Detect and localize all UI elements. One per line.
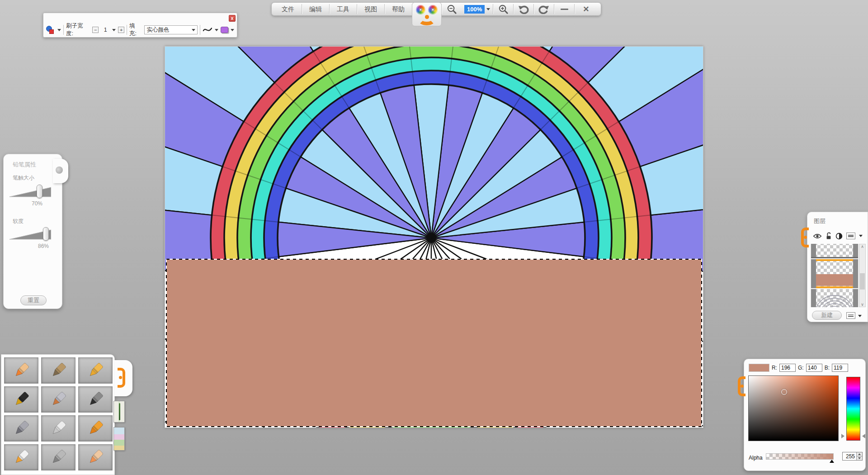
menu-item-4[interactable]: 帮助 bbox=[385, 3, 412, 15]
layer-menu-icon[interactable] bbox=[846, 312, 855, 319]
fountain-pen-tool[interactable] bbox=[4, 386, 38, 413]
new-layer-button[interactable]: 新建 bbox=[812, 311, 842, 320]
paint-roller-tool[interactable] bbox=[78, 415, 113, 442]
spin-down-icon[interactable] bbox=[857, 456, 862, 460]
softness-slider[interactable] bbox=[9, 228, 51, 240]
zoom-out-button[interactable] bbox=[442, 3, 462, 15]
chevron-down-icon[interactable] bbox=[112, 29, 116, 31]
clown-flap bbox=[412, 2, 442, 26]
canvas-artwork bbox=[165, 47, 703, 428]
palette-knife-tool[interactable] bbox=[41, 415, 75, 442]
palette-tab-flowers[interactable] bbox=[113, 427, 125, 451]
menu-item-0[interactable]: 文件 bbox=[274, 3, 302, 15]
close-button[interactable]: ✕ bbox=[575, 3, 597, 15]
layer-options-icon[interactable] bbox=[846, 233, 855, 239]
paint-tube-tool[interactable] bbox=[4, 444, 38, 470]
ink-brush-tool[interactable] bbox=[78, 386, 113, 413]
b-label: B: bbox=[825, 365, 830, 371]
zoom-level-combo[interactable]: 100% bbox=[462, 5, 493, 14]
brush-width-label: 刷子宽度: bbox=[66, 22, 90, 38]
stroke-style-icon[interactable] bbox=[203, 26, 212, 34]
chevron-down-icon[interactable] bbox=[486, 8, 490, 10]
fountain-pen-tool-icon bbox=[9, 389, 34, 410]
drawing-canvas[interactable] bbox=[165, 46, 703, 428]
width-decrease-button[interactable]: − bbox=[92, 27, 99, 33]
chevron-down-icon[interactable] bbox=[57, 29, 61, 31]
chevron-down-icon[interactable] bbox=[231, 29, 234, 31]
color-picker-panel: R: G: B: Alpha 255 bbox=[744, 359, 866, 471]
menu-item-3[interactable]: 视图 bbox=[357, 3, 384, 15]
color-panel-handle[interactable] bbox=[738, 376, 745, 396]
minimize-button[interactable] bbox=[554, 3, 574, 15]
alpha-slider[interactable] bbox=[766, 453, 834, 460]
alpha-marker[interactable] bbox=[830, 460, 834, 463]
clown-smile-icon bbox=[418, 14, 435, 25]
spin-up-icon[interactable] bbox=[857, 452, 862, 456]
r-input[interactable] bbox=[779, 364, 796, 372]
palette-tab-plant[interactable] bbox=[113, 401, 125, 423]
airbrush-tool-icon bbox=[9, 418, 34, 439]
redo-button[interactable] bbox=[534, 3, 554, 15]
alpha-gradient bbox=[766, 454, 833, 459]
b-input[interactable] bbox=[832, 364, 848, 372]
lock-icon[interactable] bbox=[826, 232, 832, 240]
alpha-value[interactable]: 255 bbox=[843, 452, 856, 460]
menu-item-2[interactable]: 工具 bbox=[330, 3, 357, 15]
undo-icon bbox=[518, 4, 529, 14]
alpha-spinner[interactable] bbox=[856, 452, 862, 460]
zoom-level-value[interactable]: 100% bbox=[464, 5, 485, 14]
fill-style-icon[interactable] bbox=[221, 27, 228, 33]
airbrush-tool[interactable] bbox=[4, 415, 38, 442]
panel-collapse-handle[interactable] bbox=[53, 159, 68, 183]
rgb-row: R: G: B: bbox=[749, 364, 848, 372]
brush-size-slider-handle[interactable] bbox=[37, 185, 42, 198]
shape-tool-icon[interactable] bbox=[46, 26, 55, 34]
layers-panel-handle[interactable] bbox=[801, 228, 809, 247]
layers-panel: 图层 ∧ ∨ 新建 bbox=[807, 212, 868, 322]
ink-brush-tool-icon bbox=[83, 389, 108, 410]
toolbar-close-button[interactable]: x bbox=[229, 15, 236, 22]
visibility-eye-icon[interactable] bbox=[813, 233, 822, 239]
colored-pencil-tool[interactable] bbox=[4, 357, 38, 384]
colored-pencil-tool-icon bbox=[9, 360, 34, 381]
hue-marker-left[interactable] bbox=[841, 434, 844, 438]
palette-collapse-handle[interactable] bbox=[114, 360, 132, 396]
blend-contrast-icon[interactable] bbox=[835, 233, 843, 240]
alpha-spinbox: 255 bbox=[842, 452, 863, 461]
pastel-stick-tool-icon bbox=[46, 360, 71, 381]
panel-title: 铅笔属性 bbox=[13, 161, 36, 169]
saturation-value-picker[interactable] bbox=[748, 375, 839, 441]
empty-top-layer[interactable] bbox=[811, 244, 858, 258]
chevron-down-icon[interactable] bbox=[859, 235, 863, 237]
zoom-in-button[interactable] bbox=[493, 3, 513, 15]
fill-label: 填充: bbox=[129, 22, 142, 38]
app-logo-clown bbox=[412, 3, 441, 15]
width-increase-button[interactable]: + bbox=[118, 27, 124, 33]
hue-marker-right[interactable] bbox=[862, 434, 865, 438]
ground-layer[interactable] bbox=[811, 259, 858, 288]
crayon-tool[interactable] bbox=[78, 357, 113, 384]
menu-item-1[interactable]: 编辑 bbox=[302, 3, 329, 15]
liner-brush-tool[interactable] bbox=[41, 444, 75, 470]
layers-scrollbar[interactable]: ∧ ∨ bbox=[859, 244, 866, 307]
rainbow-sketch-layer[interactable] bbox=[811, 289, 858, 307]
eraser-tool[interactable] bbox=[78, 444, 113, 470]
brush-size-slider[interactable] bbox=[9, 186, 51, 198]
hue-slider[interactable] bbox=[846, 377, 860, 441]
pastel-stick-tool[interactable] bbox=[41, 357, 75, 384]
chevron-down-icon[interactable] bbox=[215, 29, 218, 31]
sv-cursor[interactable] bbox=[781, 389, 787, 395]
brush-width-value[interactable]: 1 bbox=[101, 27, 110, 33]
softness-slider-handle[interactable] bbox=[43, 227, 49, 241]
chevron-down-icon[interactable] bbox=[858, 315, 862, 317]
brush-size-value: 70% bbox=[32, 200, 50, 207]
reset-button[interactable]: 重置 bbox=[20, 295, 47, 305]
flat-brush-tool[interactable] bbox=[41, 386, 75, 413]
undo-button[interactable] bbox=[514, 3, 533, 15]
scroll-down-icon[interactable]: ∨ bbox=[861, 302, 864, 307]
chevron-down-icon bbox=[192, 29, 195, 31]
g-input[interactable] bbox=[806, 364, 822, 372]
scrollbar-thumb[interactable] bbox=[860, 273, 865, 290]
fill-type-combo[interactable]: 实心颜色 bbox=[144, 25, 198, 34]
scroll-up-icon[interactable]: ∧ bbox=[861, 244, 864, 249]
